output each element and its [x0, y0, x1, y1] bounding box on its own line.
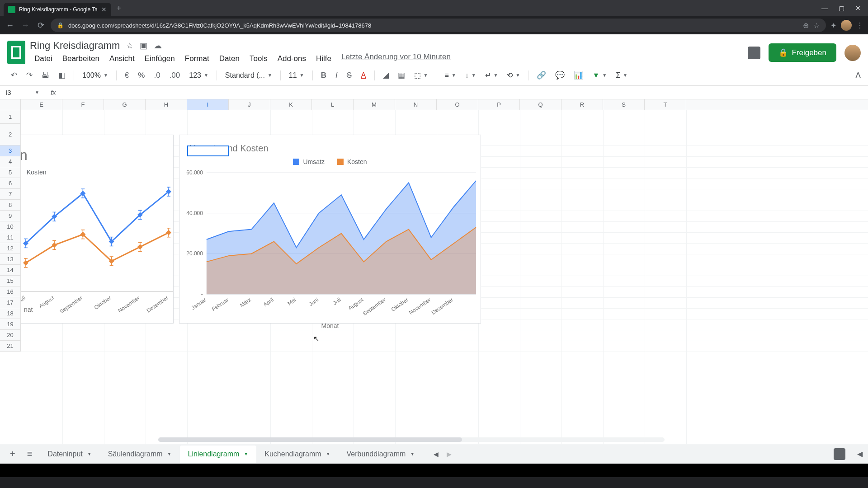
wrap-dropdown[interactable]: ↵▼ — [481, 69, 502, 81]
merge-dropdown[interactable]: ⬚▼ — [410, 69, 432, 81]
font-size-dropdown[interactable]: 11▼ — [285, 70, 308, 81]
last-edit-link[interactable]: Letzte Änderung vor 10 Minuten — [341, 52, 451, 65]
minimize-icon[interactable]: ― — [821, 5, 828, 12]
row-header-10[interactable]: 10 — [0, 221, 21, 232]
browser-menu-icon[interactable]: ⋮ — [856, 21, 863, 30]
back-icon[interactable]: ← — [5, 21, 15, 30]
sheets-logo-icon[interactable] — [7, 41, 25, 64]
valign-dropdown[interactable]: ↓▼ — [462, 70, 480, 81]
zoom-icon[interactable]: ⊕ — [803, 21, 809, 30]
halign-dropdown[interactable]: ≡▼ — [441, 70, 459, 81]
row-header-20[interactable]: 20 — [0, 330, 21, 341]
col-header-I[interactable]: I — [187, 99, 229, 110]
col-header-M[interactable]: M — [354, 99, 395, 110]
strike-button[interactable]: S — [343, 68, 355, 83]
browser-tab[interactable]: Ring Kreisdiagramm - Google Ta ✕ — [4, 3, 111, 16]
functions-dropdown[interactable]: Σ▼ — [612, 70, 631, 81]
row-header-3[interactable]: 3 — [0, 145, 21, 156]
col-header-S[interactable]: S — [603, 99, 645, 110]
extensions-icon[interactable]: ✦ — [830, 21, 836, 30]
percent-button[interactable]: % — [134, 68, 148, 83]
undo-icon[interactable]: ↶ — [7, 68, 21, 83]
chart-area-main[interactable]: Umsatz und Kosten Umsatz Kosten -20.0004… — [179, 135, 481, 324]
col-header-L[interactable]: L — [312, 99, 354, 110]
borders-icon[interactable]: ▦ — [394, 68, 409, 83]
close-window-icon[interactable]: ✕ — [855, 5, 861, 12]
explore-button[interactable] — [834, 448, 845, 460]
tab-nav-next-icon[interactable]: ▶ — [447, 450, 452, 458]
menu-tools[interactable]: Tools — [245, 52, 272, 65]
cell-reference-input[interactable]: I3▼ — [0, 86, 45, 99]
row-header-6[interactable]: 6 — [0, 178, 21, 189]
print-icon[interactable]: 🖶 — [38, 68, 53, 83]
row-header-17[interactable]: 17 — [0, 297, 21, 308]
row-header-1[interactable]: 1 — [0, 110, 21, 124]
row-header-13[interactable]: 13 — [0, 254, 21, 265]
zoom-dropdown[interactable]: 100%▼ — [79, 70, 112, 81]
row-header-9[interactable]: 9 — [0, 211, 21, 221]
menu-einfuegen[interactable]: Einfügen — [140, 52, 179, 65]
url-bar[interactable]: 🔒 docs.google.com/spreadsheets/d/16sZAG8… — [51, 19, 826, 32]
row-header-19[interactable]: 19 — [0, 319, 21, 330]
row-header-12[interactable]: 12 — [0, 243, 21, 254]
expand-toolbar-icon[interactable]: ᐱ — [855, 70, 861, 80]
reload-icon[interactable]: ⟳ — [35, 20, 46, 30]
maximize-icon[interactable]: ▢ — [839, 5, 844, 12]
menu-ansicht[interactable]: Ansicht — [105, 52, 139, 65]
row-header-4[interactable]: 4 — [0, 156, 21, 167]
col-header-N[interactable]: N — [395, 99, 437, 110]
sheet-tab-säulendiagramm[interactable]: Säulendiagramm▼ — [100, 446, 180, 463]
scrollbar-thumb[interactable] — [158, 437, 462, 442]
forward-icon[interactable]: → — [20, 21, 31, 30]
star-doc-icon[interactable]: ☆ — [126, 41, 133, 51]
italic-button[interactable]: I — [332, 68, 341, 83]
row-header-15[interactable]: 15 — [0, 276, 21, 286]
col-header-J[interactable]: J — [229, 99, 270, 110]
cloud-status-icon[interactable]: ☁ — [154, 41, 162, 51]
col-header-T[interactable]: T — [645, 99, 686, 110]
redo-icon[interactable]: ↷ — [23, 68, 36, 83]
link-icon[interactable]: 🔗 — [533, 68, 550, 83]
filter-dropdown[interactable]: ▼▼ — [589, 70, 610, 81]
fill-color-icon[interactable]: ◢ — [379, 68, 392, 83]
row-header-16[interactable]: 16 — [0, 286, 21, 297]
collapse-side-panel-icon[interactable]: ◀ — [857, 450, 863, 458]
menu-addons[interactable]: Add-ons — [273, 52, 311, 65]
menu-datei[interactable]: Datei — [30, 52, 57, 65]
row-header-14[interactable]: 14 — [0, 265, 21, 276]
close-tab-icon[interactable]: ✕ — [101, 6, 107, 13]
chart-line-partial[interactable]: n Kosten JuliAugustSeptemberOktoberNovem… — [21, 135, 174, 324]
row-header-8[interactable]: 8 — [0, 200, 21, 211]
sheet-tab-dateninput[interactable]: Dateninput▼ — [39, 446, 99, 463]
profile-avatar-small[interactable] — [841, 20, 852, 31]
col-header-G[interactable]: G — [104, 99, 146, 110]
tab-nav-prev-icon[interactable]: ◀ — [434, 450, 439, 458]
star-icon[interactable]: ☆ — [813, 21, 820, 30]
bold-button[interactable]: B — [317, 68, 330, 83]
menu-daten[interactable]: Daten — [215, 52, 244, 65]
comment-icon[interactable]: 💬 — [552, 68, 568, 83]
add-sheet-button[interactable]: + — [5, 445, 20, 463]
paint-format-icon[interactable]: ◧ — [55, 68, 69, 83]
row-header-2[interactable]: 2 — [0, 124, 21, 145]
share-button[interactable]: 🔒 Freigeben — [769, 43, 836, 62]
doc-title[interactable]: Ring Kreisdiagramm — [30, 40, 120, 52]
sheet-tab-liniendiagramm[interactable]: Liniendiagramm▼ — [180, 446, 257, 463]
spreadsheet-grid[interactable]: EFGHIJKLMNOPQRST 12345678910111213141516… — [0, 99, 868, 444]
col-header-F[interactable]: F — [62, 99, 104, 110]
col-header-R[interactable]: R — [561, 99, 603, 110]
col-header-P[interactable]: P — [478, 99, 520, 110]
menu-format[interactable]: Format — [180, 52, 214, 65]
inc-decimal-button[interactable]: .00 — [166, 68, 184, 83]
col-header-O[interactable]: O — [437, 99, 478, 110]
col-header-Q[interactable]: Q — [520, 99, 561, 110]
horizontal-scrollbar[interactable] — [158, 437, 665, 442]
all-sheets-button[interactable]: ≡ — [23, 445, 37, 463]
row-header-11[interactable]: 11 — [0, 232, 21, 243]
menu-bearbeiten[interactable]: Bearbeiten — [58, 52, 104, 65]
select-all-corner[interactable] — [0, 99, 21, 110]
row-header-21[interactable]: 21 — [0, 341, 21, 352]
insert-chart-icon[interactable]: 📊 — [570, 68, 587, 83]
dec-decimal-button[interactable]: .0 — [150, 68, 164, 83]
account-avatar[interactable] — [844, 45, 861, 61]
